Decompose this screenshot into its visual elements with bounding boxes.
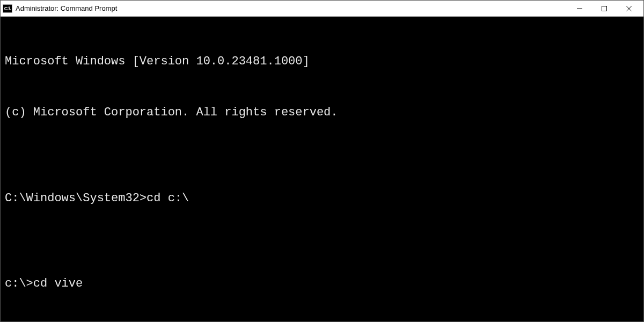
terminal-output[interactable]: Microsoft Windows [Version 10.0.23481.10… bbox=[1, 17, 643, 321]
command-text: cd vive bbox=[33, 277, 83, 290]
window-title: Administrator: Command Prompt bbox=[16, 4, 567, 12]
window-controls bbox=[567, 1, 641, 17]
cmd-icon: C:\. bbox=[3, 4, 12, 13]
minimize-icon bbox=[576, 5, 583, 12]
output-line: Microsoft Windows [Version 10.0.23481.10… bbox=[5, 53, 639, 70]
output-line: (c) Microsoft Corporation. All rights re… bbox=[5, 104, 639, 121]
command-prompt-window: C:\. Administrator: Command Prompt M bbox=[0, 0, 644, 322]
prompt-line: C:\Windows\System32>cd c:\ bbox=[5, 190, 639, 207]
svg-rect-1 bbox=[602, 6, 607, 11]
prompt-line: c:\>cd vive bbox=[5, 275, 639, 292]
prompt-text: C:\Windows\System32> bbox=[5, 192, 147, 205]
maximize-button[interactable] bbox=[592, 1, 617, 17]
command-text: cd c:\ bbox=[147, 192, 189, 205]
minimize-button[interactable] bbox=[567, 1, 592, 17]
maximize-icon bbox=[601, 5, 608, 12]
close-button[interactable] bbox=[617, 1, 641, 17]
titlebar[interactable]: C:\. Administrator: Command Prompt bbox=[1, 1, 643, 17]
prompt-text: c:\> bbox=[5, 277, 33, 290]
close-icon bbox=[626, 5, 632, 12]
